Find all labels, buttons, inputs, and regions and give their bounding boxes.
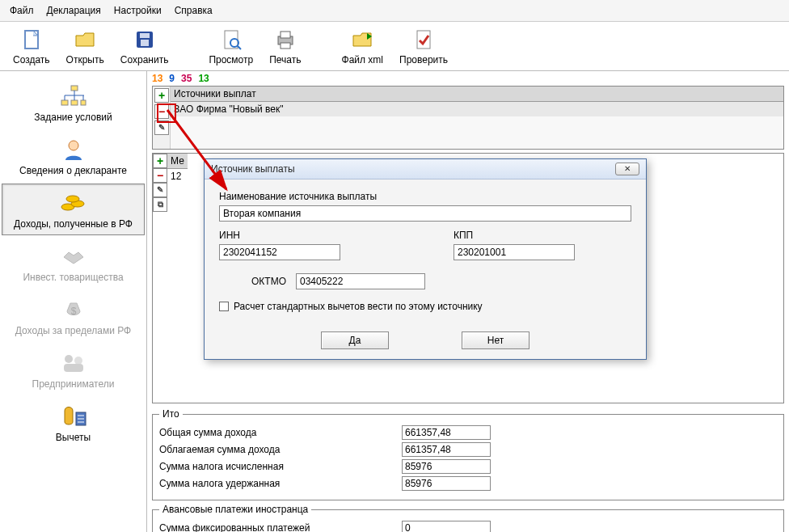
edit-income-button[interactable]: ✎ xyxy=(153,183,167,197)
tax-calc-field[interactable] xyxy=(402,459,491,474)
save-button[interactable]: Сохранить xyxy=(112,25,177,67)
check-icon xyxy=(411,27,437,53)
section-sidebar: Задание условий Сведения о декларанте До… xyxy=(0,71,147,532)
rate-tab-13b[interactable]: 13 xyxy=(198,73,209,84)
svg-rect-9 xyxy=(281,43,290,49)
xml-button[interactable]: Файл xml xyxy=(334,25,392,67)
rate-tab-13[interactable]: 13 xyxy=(152,73,162,84)
tree-icon xyxy=(59,82,88,110)
add-income-button[interactable]: + xyxy=(153,154,167,168)
svg-rect-12 xyxy=(61,100,68,105)
menu-help[interactable]: Справка xyxy=(170,2,217,19)
open-button[interactable]: Открыть xyxy=(58,25,112,67)
source-row[interactable]: ЗАО Фирма "Новый век" xyxy=(171,102,783,116)
totals-group: Ито Общая сумма дохода Облагаемая сумма … xyxy=(152,408,784,500)
sidebar-item-income-rf[interactable]: Доходы, полученные в РФ xyxy=(2,184,145,235)
check-button[interactable]: Проверить xyxy=(391,25,456,67)
inn-label: ИНН xyxy=(219,230,397,241)
moneybag-icon: $ xyxy=(59,296,88,323)
svg-rect-14 xyxy=(81,100,86,105)
calc-icon xyxy=(59,403,88,430)
toolbar: Создать Открыть Сохранить Просмотр Печат… xyxy=(0,22,789,71)
sources-panel: + − ✎ Источники выплат ЗАО Фирма "Новый … xyxy=(152,86,784,150)
preview-button[interactable]: Просмотр xyxy=(200,25,261,67)
standard-deduction-checkbox[interactable] xyxy=(219,302,229,311)
new-file-icon xyxy=(19,27,44,53)
kpp-label: КПП xyxy=(454,230,631,241)
oktmo-input[interactable] xyxy=(296,273,425,289)
kpp-input[interactable] xyxy=(454,244,575,260)
svg-rect-13 xyxy=(71,100,78,105)
svg-point-20 xyxy=(69,141,78,150)
sidebar-item-entrepreneur[interactable]: Предприниматели xyxy=(2,344,145,395)
tax-held-label: Сумма налога удержанная xyxy=(159,478,402,489)
print-button[interactable]: Печать xyxy=(261,25,309,67)
standard-deduction-label: Расчет стандартных вычетов вести по этом… xyxy=(234,301,483,312)
dialog-no-button[interactable]: Нет xyxy=(462,331,530,349)
person-icon xyxy=(59,136,88,163)
totals-legend: Ито xyxy=(159,408,183,420)
xml-export-icon xyxy=(349,27,375,53)
taxable-income-field[interactable] xyxy=(402,442,491,457)
month-row[interactable]: 12 xyxy=(167,169,188,184)
save-icon xyxy=(132,27,158,53)
copy-income-button[interactable]: ⧉ xyxy=(153,197,167,212)
advance-group: Авансовые платежи иностранца Сумма фикси… xyxy=(152,504,784,532)
oktmo-label: ОКТМО xyxy=(251,276,286,287)
folder-open-icon xyxy=(72,27,98,53)
create-button[interactable]: Создать xyxy=(5,25,58,67)
taxable-income-label: Облагаемая сумма дохода xyxy=(159,444,402,455)
edit-source-button[interactable]: ✎ xyxy=(154,120,169,135)
people-icon xyxy=(59,349,88,377)
menu-bar: Файл Декларация Настройки Справка xyxy=(0,0,789,22)
svg-rect-10 xyxy=(417,31,430,49)
sidebar-item-deductions[interactable]: Вычеты xyxy=(2,397,145,449)
advance-legend: Авансовые платежи иностранца xyxy=(159,504,311,515)
coins-icon xyxy=(59,189,88,217)
svg-text:$: $ xyxy=(70,306,76,317)
inn-input[interactable] xyxy=(219,244,340,260)
menu-declaration[interactable]: Декларация xyxy=(42,2,106,19)
rate-tab-35[interactable]: 35 xyxy=(181,73,192,84)
dialog-title: Источник выплаты xyxy=(211,163,295,175)
source-name-input[interactable] xyxy=(219,205,631,222)
total-income-label: Общая сумма дохода xyxy=(159,427,402,438)
sidebar-item-abroad[interactable]: $ Доходы за пределами РФ xyxy=(2,290,145,342)
menu-settings[interactable]: Настройки xyxy=(109,2,167,19)
sidebar-item-conditions[interactable]: Задание условий xyxy=(2,77,145,129)
svg-rect-27 xyxy=(64,364,83,372)
svg-point-23 xyxy=(66,196,79,202)
svg-rect-3 xyxy=(141,40,149,46)
payment-source-dialog: Источник выплаты ✕ Наименование источник… xyxy=(204,158,647,360)
rate-tab-9[interactable]: 9 xyxy=(169,73,175,84)
dialog-yes-button[interactable]: Да xyxy=(321,331,389,349)
svg-rect-11 xyxy=(71,86,78,91)
print-icon xyxy=(272,27,298,53)
add-source-button[interactable]: + xyxy=(154,88,169,103)
months-header: Ме xyxy=(167,154,188,169)
handshake-icon xyxy=(59,243,88,270)
dialog-close-button[interactable]: ✕ xyxy=(615,163,639,175)
delete-income-button[interactable]: − xyxy=(153,168,167,183)
sidebar-item-invest[interactable]: Инвест. товарищества xyxy=(2,237,145,289)
svg-rect-2 xyxy=(140,33,150,38)
total-income-field[interactable] xyxy=(402,425,491,440)
svg-point-25 xyxy=(65,355,73,363)
preview-icon xyxy=(218,27,244,53)
rate-tabs: 13 9 35 13 xyxy=(147,71,789,86)
sidebar-item-declarant[interactable]: Сведения о декларанте xyxy=(2,130,145,182)
sources-header: Источники выплат xyxy=(171,87,783,102)
fixed-payments-field[interactable] xyxy=(402,521,491,532)
source-name-label: Наименование источника выплаты xyxy=(219,191,631,202)
tax-held-field[interactable] xyxy=(402,476,491,491)
tax-calc-label: Сумма налога исчисленная xyxy=(159,461,402,472)
fixed-payments-label: Сумма фиксированных платежей xyxy=(159,522,402,532)
svg-line-6 xyxy=(238,46,241,49)
svg-rect-8 xyxy=(281,32,290,38)
menu-file[interactable]: Файл xyxy=(5,2,39,19)
delete-source-button[interactable]: − xyxy=(154,104,169,119)
svg-point-26 xyxy=(74,357,82,365)
